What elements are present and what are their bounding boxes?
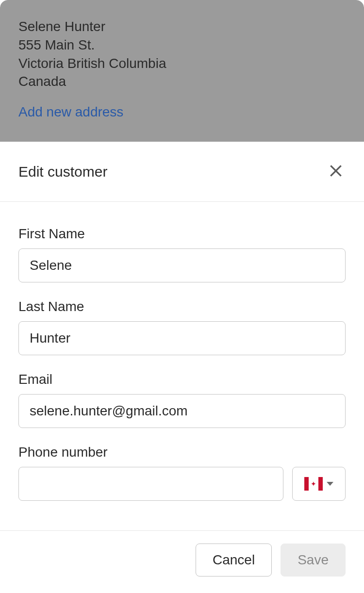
customer-address-block: Selene Hunter 555 Main St. Victoria Brit… [18,17,346,91]
last-name-group: Last Name [18,299,346,355]
modal-header: Edit customer [0,142,364,202]
background-address-panel: Selene Hunter 555 Main St. Victoria Brit… [0,0,364,142]
phone-row: ✦ [18,467,346,501]
first-name-group: First Name [18,226,346,282]
cancel-button[interactable]: Cancel [196,544,272,577]
phone-input[interactable] [18,467,283,501]
modal-footer: Cancel Save [0,530,364,593]
chevron-down-icon [327,482,333,486]
first-name-input[interactable] [18,248,346,282]
first-name-label: First Name [18,226,346,242]
phone-label: Phone number [18,445,346,460]
phone-country-select[interactable]: ✦ [292,467,346,501]
close-button[interactable] [326,161,346,182]
modal-title: Edit customer [18,164,107,180]
customer-city-province: Victoria British Columbia [18,54,346,73]
customer-country: Canada [18,72,346,91]
last-name-input[interactable] [18,321,346,355]
email-input[interactable] [18,394,346,428]
canada-flag-icon: ✦ [304,477,323,491]
phone-group: Phone number ✦ [18,445,346,501]
email-label: Email [18,372,346,387]
edit-customer-modal: Edit customer First Name Last Name Email… [0,142,364,593]
modal-body: First Name Last Name Email Phone number … [0,202,364,530]
customer-street: 555 Main St. [18,36,346,54]
customer-name: Selene Hunter [18,17,346,36]
add-new-address-link[interactable]: Add new address [18,104,123,120]
last-name-label: Last Name [18,299,346,314]
email-group: Email [18,372,346,428]
save-button[interactable]: Save [281,544,346,577]
close-icon [328,163,344,179]
